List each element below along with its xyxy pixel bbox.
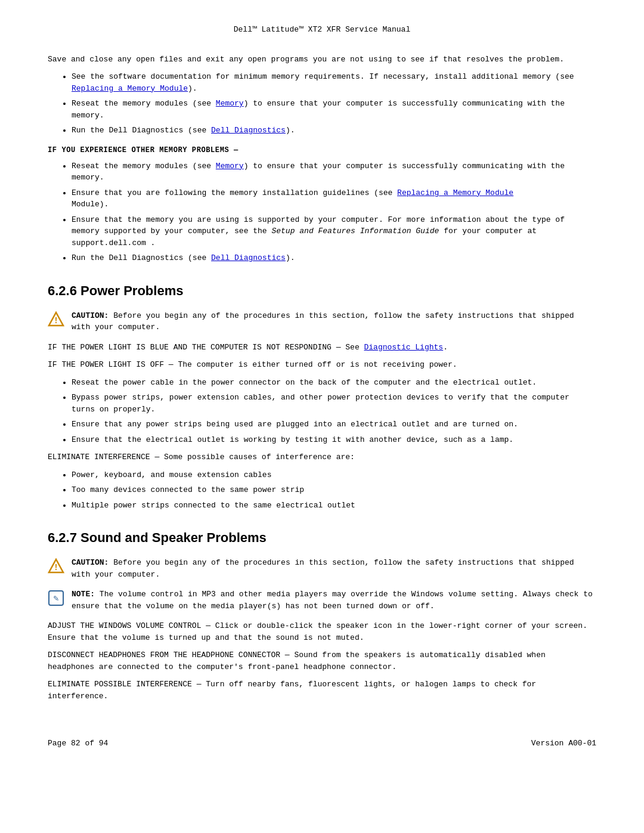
caution-label-626: CAUTION: [72, 311, 109, 320]
power-off-label: IF THE POWER LIGHT IS OFF — The computer… [48, 359, 596, 371]
note-label-627: NOTE: [72, 590, 95, 599]
note-box-627: ✎ NOTE: The volume control in MP3 and ot… [48, 589, 596, 612]
section-627-title: 6.2.7 Sound and Speaker Problems [48, 528, 596, 547]
memory-link-2[interactable]: Memory [216, 162, 244, 171]
eliminate-bullet-list: Power, keyboard, and mouse extension cab… [72, 469, 596, 512]
caution-box-627: ! CAUTION: Before you begin any of the p… [48, 557, 596, 580]
caution-box-626: ! CAUTION: Before you begin any of the p… [48, 310, 596, 333]
list-item: Power, keyboard, and mouse extension cab… [72, 469, 596, 481]
power-blue-label: IF THE POWER LIGHT IS BLUE AND THE COMPU… [48, 342, 596, 354]
note-text-627: NOTE: The volume control in MP3 and othe… [72, 589, 596, 612]
list-item: See the software documentation for minim… [72, 71, 596, 94]
footer-version: Version A00-01 [531, 738, 596, 750]
footer-page-number: Page 82 of 94 [48, 738, 108, 750]
note-icon-627: ✎ [48, 590, 64, 606]
svg-text:!: ! [54, 316, 58, 326]
caution-icon-627: ! [48, 558, 64, 575]
list-item: Multiple power strips connected to the s… [72, 500, 596, 512]
eliminate-interference-label: ELIMINATE INTERFERENCE — Some possible c… [48, 451, 596, 463]
list-item: Reseat the memory modules (see Memory) t… [72, 98, 596, 121]
memory-link-1[interactable]: Memory [216, 99, 244, 108]
list-item: Ensure that you are following the memory… [72, 187, 596, 210]
disconnect-headphones-label: DISCONNECT HEADPHONES FROM THE HEADPHONE… [48, 649, 596, 673]
list-item: Bypass power strips, power extension cab… [72, 392, 596, 415]
dell-diagnostics-link-2[interactable]: Dell Diagnostics [211, 253, 286, 262]
svg-text:!: ! [54, 563, 58, 572]
section-626-title: 6.2.6 Power Problems [48, 281, 596, 301]
power-off-bullet-list: Reseat the power cable in the power conn… [72, 377, 596, 446]
adjust-volume-label: ADJUST THE WINDOWS VOLUME CONTROL — Clic… [48, 620, 596, 643]
list-item: Reseat the power cable in the power conn… [72, 377, 596, 389]
list-item: Run the Dell Diagnostics (see Dell Diagn… [72, 252, 596, 264]
intro-bullet-list-1: See the software documentation for minim… [72, 71, 596, 137]
page-header: Dell™ Latitude™ XT2 XFR Service Manual [48, 24, 596, 36]
eliminate-possible-label: ELIMINATE POSSIBLE INTERFERENCE — Turn o… [48, 679, 596, 702]
caution-text-626: CAUTION: Before you begin any of the pro… [72, 310, 596, 333]
replacing-memory-link-1[interactable]: Replacing a Memory Module [72, 84, 188, 93]
intro-paragraph: Save and close any open files and exit a… [48, 54, 596, 66]
setup-features-italic: Setup and Features Information Guide [271, 227, 439, 236]
caution-text-627: CAUTION: Before you begin any of the pro… [72, 557, 596, 580]
other-memory-problems-label: IF YOU EXPERIENCE OTHER MEMORY PROBLEMS … [48, 145, 596, 156]
diagnostic-lights-link[interactable]: Diagnostic Lights [364, 343, 444, 352]
list-item: Too many devices connected to the same p… [72, 484, 596, 496]
list-item: Ensure that any power strips being used … [72, 419, 596, 431]
replacing-memory-link-2[interactable]: Replacing a Memory Module [397, 188, 513, 197]
header-title: Dell™ Latitude™ XT2 XFR Service Manual [234, 25, 410, 34]
svg-text:✎: ✎ [53, 594, 58, 604]
list-item: Ensure that the electrical outlet is wor… [72, 434, 596, 446]
dell-diagnostics-link-1[interactable]: Dell Diagnostics [211, 126, 286, 135]
list-item: Reseat the memory modules (see Memory) t… [72, 160, 596, 184]
list-item: Run the Dell Diagnostics (see Dell Diagn… [72, 125, 596, 137]
caution-label-627: CAUTION: [72, 558, 109, 567]
page-footer: Page 82 of 94 Version A00-01 [48, 732, 596, 750]
caution-icon-626: ! [48, 311, 64, 328]
list-item: Ensure that the memory you are using is … [72, 214, 596, 249]
other-memory-bullet-list: Reseat the memory modules (see Memory) t… [72, 160, 596, 264]
